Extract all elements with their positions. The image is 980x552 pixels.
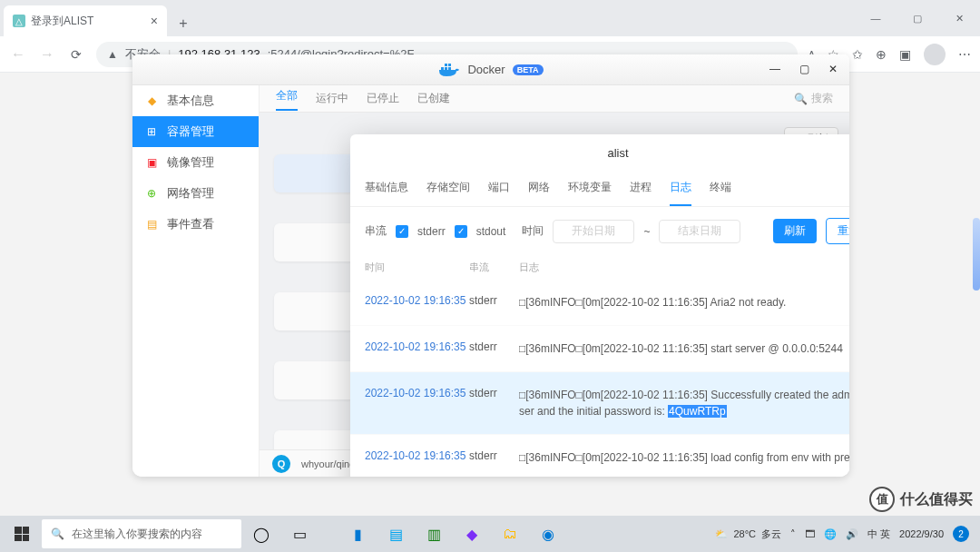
- sidebar-item-label: 事件查看: [167, 216, 214, 232]
- stderr-label: stderr: [417, 225, 446, 238]
- beta-badge: BETA: [513, 64, 544, 75]
- log-row[interactable]: 2022-10-02 19:16:35 stderr □[36mINFO□[0m…: [350, 435, 849, 477]
- refresh-button[interactable]: ⟳: [67, 47, 85, 62]
- col-log: 日志: [519, 261, 849, 274]
- edge-icon[interactable]: ◉: [530, 516, 566, 552]
- weather-widget[interactable]: ⛅ 28°C 多云: [715, 527, 781, 541]
- sidebar-item-events[interactable]: ▤ 事件查看: [132, 209, 259, 240]
- log-time: 2022-10-02 19:16:35: [365, 294, 469, 310]
- explorer-icon[interactable]: 🗂: [492, 516, 528, 552]
- col-time: 时间: [365, 261, 469, 274]
- app-icon[interactable]: ▥: [416, 516, 452, 552]
- tab-logs[interactable]: 日志: [670, 171, 691, 206]
- tab-basicinfo[interactable]: 基础信息: [365, 171, 408, 206]
- modal-tabs: 基础信息 存储空间 端口 网络 环境变量 进程 日志 终端: [350, 171, 849, 207]
- start-date-input[interactable]: 开始日期: [553, 220, 634, 243]
- profile-avatar[interactable]: [924, 44, 946, 65]
- tab-network[interactable]: 网络: [528, 171, 550, 206]
- sidebar-item-label: 基本信息: [167, 93, 214, 109]
- log-modal: alist ✕ 基础信息 存储空间 端口 网络 环境变量 进程 日志 终端 串流…: [350, 134, 849, 477]
- forward-button[interactable]: →: [38, 46, 56, 63]
- stderr-checkbox[interactable]: ✓: [396, 225, 408, 238]
- tab-process[interactable]: 进程: [630, 171, 652, 206]
- log-time: 2022-10-02 19:16:35: [365, 387, 469, 419]
- taskview-icon[interactable]: ▭: [281, 516, 318, 552]
- time-label: 时间: [522, 223, 544, 239]
- reset-button[interactable]: 重置: [826, 218, 849, 244]
- app-title-text: Docker: [467, 63, 505, 76]
- sidebar-item-images[interactable]: ▣ 镜像管理: [132, 147, 259, 178]
- stdout-label: stdout: [476, 225, 506, 238]
- app-icon[interactable]: ▤: [377, 516, 414, 552]
- ime-indicator[interactable]: 中 英: [867, 527, 890, 541]
- app-icon[interactable]: ▮: [339, 516, 376, 552]
- log-stream: stderr: [469, 340, 519, 357]
- windows-taskbar: 🔍 在这里输入你要搜索的内容 ◯ ▭ ▮ ▤ ▥ ◆ 🗂 ◉ ⛅ 28°C 多云…: [0, 516, 980, 552]
- log-time: 2022-10-02 19:16:35: [365, 449, 469, 466]
- tab-env[interactable]: 环境变量: [568, 171, 612, 206]
- log-table-body: 2022-10-02 19:16:35 stderr □[36mINFO□[0m…: [350, 280, 849, 477]
- tab-close-icon[interactable]: ×: [151, 14, 158, 28]
- app-minimize-icon[interactable]: —: [766, 60, 784, 78]
- collections-icon[interactable]: ⊕: [876, 47, 887, 62]
- reader-icon[interactable]: ▣: [899, 47, 911, 62]
- events-icon: ▤: [145, 218, 158, 231]
- chevron-up-icon[interactable]: ˄: [790, 528, 796, 540]
- sidebar-item-network[interactable]: ⊕ 网络管理: [132, 178, 259, 209]
- windows-search-input[interactable]: 🔍 在这里输入你要搜索的内容: [42, 519, 241, 548]
- cortana-icon[interactable]: ◯: [243, 516, 279, 552]
- window-controls: — ▢ ✕: [855, 0, 980, 36]
- back-button[interactable]: ←: [9, 46, 27, 63]
- log-msg: □[36mINFO□[0m[2022-10-02 11:16:35] Succe…: [519, 387, 849, 419]
- browser-tab[interactable]: △ 登录到ALIST ×: [4, 5, 167, 36]
- log-stream: stderr: [469, 449, 519, 466]
- password-highlight: 4QuwRTRp: [668, 405, 726, 418]
- end-date-input[interactable]: 结束日期: [659, 220, 740, 243]
- log-row-admin-password[interactable]: 2022-10-02 19:16:35 stderr □[36mINFO□[0m…: [350, 372, 849, 435]
- maximize-button[interactable]: ▢: [897, 0, 938, 36]
- clock[interactable]: 2022/9/30: [899, 528, 944, 539]
- tray-icon[interactable]: 🗔: [805, 528, 815, 539]
- info-icon: ◆: [145, 94, 158, 107]
- docker-whale-icon: [438, 62, 460, 78]
- minimize-button[interactable]: —: [855, 0, 897, 36]
- network-icon[interactable]: 🌐: [824, 528, 837, 540]
- weather-desc: 多云: [761, 527, 781, 541]
- sidebar-item-basic[interactable]: ◆ 基本信息: [132, 85, 259, 116]
- star-plus-icon[interactable]: ✩: [852, 47, 863, 62]
- start-button[interactable]: [4, 516, 40, 552]
- range-separator: ~: [643, 225, 650, 238]
- close-button[interactable]: ✕: [938, 0, 980, 36]
- sidebar: ◆ 基本信息 ⊞ 容器管理 ▣ 镜像管理 ⊕ 网络管理 ▤ 事件查看: [132, 85, 260, 477]
- weather-temp: 28°C: [733, 528, 756, 539]
- app-icon[interactable]: ◆: [454, 516, 490, 552]
- tab-storage[interactable]: 存储空间: [426, 171, 470, 206]
- new-tab-button[interactable]: +: [171, 11, 196, 36]
- svg-rect-1: [445, 67, 447, 70]
- image-icon: ▣: [145, 156, 158, 169]
- tab-terminal[interactable]: 终端: [710, 171, 731, 206]
- volume-icon[interactable]: 🔊: [846, 528, 858, 540]
- log-row[interactable]: 2022-10-02 19:16:35 stderr □[36mINFO□[0m…: [350, 280, 849, 326]
- watermark-text: 什么值得买: [900, 490, 973, 509]
- log-row[interactable]: 2022-10-02 19:16:35 stderr □[36mINFO□[0m…: [350, 326, 849, 372]
- page-scrollbar[interactable]: [973, 218, 980, 291]
- tab-ports[interactable]: 端口: [488, 171, 510, 206]
- sidebar-item-label: 镜像管理: [167, 154, 214, 171]
- svg-rect-4: [448, 64, 451, 66]
- log-msg: □[36mINFO□[0m[2022-10-02 11:16:35] Aria2…: [519, 294, 849, 310]
- app-close-icon[interactable]: ✕: [824, 60, 842, 78]
- stream-label: 串流: [365, 223, 387, 239]
- watermark: 值 什么值得买: [869, 487, 973, 512]
- sidebar-item-containers[interactable]: ⊞ 容器管理: [132, 116, 259, 147]
- docker-window: Docker BETA — ▢ ✕ ◆ 基本信息 ⊞ 容器管理 ▣ 镜像管理 ⊕…: [132, 54, 849, 477]
- log-table-header: 时间 串流 日志: [350, 255, 849, 280]
- stdout-checkbox[interactable]: ✓: [455, 225, 467, 238]
- refresh-button[interactable]: 刷新: [773, 219, 817, 243]
- notification-badge[interactable]: 2: [953, 526, 969, 542]
- svg-rect-0: [441, 67, 444, 70]
- weather-icon: ⛅: [715, 528, 728, 540]
- modal-title: alist: [607, 146, 628, 160]
- menu-icon[interactable]: ⋯: [958, 47, 971, 62]
- app-maximize-icon[interactable]: ▢: [795, 60, 813, 78]
